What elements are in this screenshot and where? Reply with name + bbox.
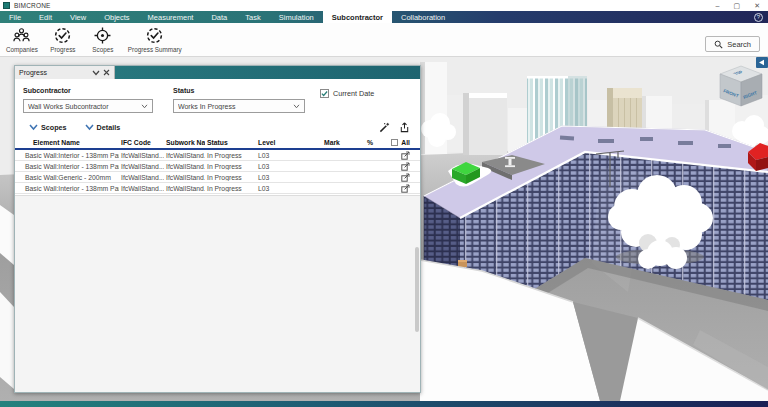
- table-row[interactable]: Basic Wall:Generic - 200mm IfcWallStand.…: [15, 172, 420, 183]
- chevron-down-icon: [293, 104, 300, 109]
- cell-subwork-name: IfcWallStand...: [164, 152, 205, 159]
- cell-subwork-name: IfcWallStand...: [164, 185, 205, 192]
- companies-button[interactable]: Companies: [6, 26, 38, 53]
- select-element-icon[interactable]: [401, 162, 410, 171]
- progress-icon: [53, 26, 72, 45]
- statusbar: [0, 401, 768, 407]
- panel-scrollbar[interactable]: [415, 137, 420, 377]
- scopes-icon: [93, 26, 112, 45]
- search-button[interactable]: Search: [705, 36, 760, 52]
- progress-summary-button[interactable]: Progress Summary: [128, 26, 182, 53]
- menu-objects[interactable]: Objects: [95, 11, 138, 23]
- close-button[interactable]: ✕: [754, 0, 760, 11]
- highlight-wand-icon[interactable]: [379, 122, 390, 133]
- table-header: Element Name IFC Code Subwork Na... Stat…: [15, 137, 420, 150]
- menu-data[interactable]: Data: [202, 11, 236, 23]
- container-box: [458, 260, 467, 267]
- cell-ifc-code: IfcWallStand...: [119, 174, 164, 181]
- table-row[interactable]: Basic Wall:Interior - 138mm Partit... If…: [15, 161, 420, 172]
- select-element-icon[interactable]: [401, 151, 410, 160]
- cell-ifc-code: IfcWallStand...: [119, 163, 164, 170]
- col-level[interactable]: Level: [256, 139, 322, 146]
- cell-status: In Progress: [205, 163, 256, 170]
- tab-progress-label: Progress: [19, 69, 89, 76]
- menu-edit[interactable]: Edit: [30, 11, 61, 23]
- panel-tab-strip: Progress: [15, 66, 420, 79]
- menu-file[interactable]: File: [0, 11, 30, 23]
- menu-task[interactable]: Task: [236, 11, 269, 23]
- bimcrone-window: BIMCRONE – ▢ ✕ File Edit View Objects Me…: [0, 0, 768, 407]
- cell-status: In Progress: [205, 185, 256, 192]
- progress-button[interactable]: Progress: [48, 26, 78, 53]
- menu-view[interactable]: View: [61, 11, 95, 23]
- close-icon[interactable]: [103, 69, 110, 76]
- cell-subwork-name: IfcWallStand...: [164, 163, 205, 170]
- status-select[interactable]: Works In Progress: [173, 99, 305, 113]
- status-label: Status: [173, 87, 194, 94]
- scopes-section-toggle[interactable]: Scopes: [29, 123, 67, 132]
- cell-level: L03: [256, 174, 322, 181]
- viewport-3d[interactable]: FRONT RIGHT TOP Progress: [0, 57, 768, 401]
- collapse-panel-arrow[interactable]: [756, 57, 768, 68]
- details-section-toggle[interactable]: Details: [85, 123, 121, 132]
- subcontractor-value: Wall Works Subcontractor: [28, 103, 141, 110]
- menubar: File Edit View Objects Measurement Data …: [0, 11, 768, 23]
- cell-ifc-code: IfcWallStand...: [119, 185, 164, 192]
- cell-ifc-code: IfcWallStand...: [119, 152, 164, 159]
- menu-measurement[interactable]: Measurement: [139, 11, 203, 23]
- scopes-button[interactable]: Scopes: [88, 26, 118, 53]
- current-date-label: Current Date: [333, 89, 374, 98]
- cell-level: L03: [256, 185, 322, 192]
- select-all-checkbox[interactable]: [391, 139, 398, 146]
- table-row[interactable]: Basic Wall:Interior - 138mm Partit... If…: [15, 183, 420, 194]
- app-icon: [3, 2, 10, 9]
- col-status[interactable]: Status: [205, 139, 256, 146]
- view-cube[interactable]: FRONT RIGHT TOP: [720, 66, 762, 106]
- col-subwork-name[interactable]: Subwork Na...: [164, 139, 205, 146]
- col-mark[interactable]: Mark: [322, 139, 365, 146]
- titlebar: BIMCRONE – ▢ ✕: [0, 0, 768, 11]
- progress-panel: Progress Subcontractor Wall Works Subcon…: [14, 65, 421, 393]
- subcontractor-select[interactable]: Wall Works Subcontractor: [23, 99, 153, 113]
- col-percent[interactable]: %: [365, 139, 382, 146]
- help-icon[interactable]: ?: [754, 13, 763, 22]
- cell-status: In Progress: [205, 152, 256, 159]
- select-element-icon[interactable]: [401, 184, 410, 193]
- select-element-icon[interactable]: [401, 173, 410, 182]
- cell-level: L03: [256, 152, 322, 159]
- companies-icon: [12, 26, 31, 45]
- panel-empty-area: [15, 195, 420, 392]
- menu-simulation[interactable]: Simulation: [270, 11, 323, 23]
- minimize-button[interactable]: –: [716, 0, 720, 11]
- status-value: Works In Progress: [178, 103, 293, 110]
- export-icon[interactable]: [399, 122, 410, 133]
- table-row[interactable]: Basic Wall:Interior - 138mm Partit... If…: [15, 150, 420, 161]
- progress-label: Progress: [50, 46, 75, 53]
- chevron-down-icon: [29, 124, 38, 131]
- scopes-label: Scopes: [92, 46, 113, 53]
- current-date-checkbox[interactable]: Current Date: [320, 89, 374, 98]
- cell-element-name: Basic Wall:Interior - 138mm Partit...: [15, 152, 119, 159]
- cell-subwork-name: IfcWallStand...: [164, 174, 205, 181]
- tab-progress[interactable]: Progress: [15, 66, 115, 79]
- companies-label: Companies: [6, 46, 38, 53]
- chevron-down-icon[interactable]: [92, 70, 100, 76]
- panel-body: Subcontractor Wall Works Subcontractor S…: [15, 79, 420, 392]
- scrollbar-thumb[interactable]: [415, 247, 419, 332]
- sections-row: Scopes Details: [15, 119, 420, 135]
- chevron-down-icon: [141, 104, 148, 109]
- cell-level: L03: [256, 163, 322, 170]
- cell-element-name: Basic Wall:Generic - 200mm: [15, 174, 119, 181]
- cell-status: In Progress: [205, 174, 256, 181]
- menu-subcontractor[interactable]: Subcontractor: [323, 11, 392, 23]
- col-ifc-code[interactable]: IFC Code: [119, 139, 164, 146]
- toolbar: Companies Progress Scopes: [0, 23, 768, 57]
- window-title: BIMCRONE: [14, 2, 51, 9]
- search-label: Search: [727, 40, 751, 49]
- search-icon: [714, 40, 723, 49]
- maximize-button[interactable]: ▢: [734, 0, 741, 11]
- cell-element-name: Basic Wall:Interior - 138mm Partit...: [15, 185, 119, 192]
- menu-collaboration[interactable]: Collaboration: [392, 11, 454, 23]
- cell-element-name: Basic Wall:Interior - 138mm Partit...: [15, 163, 119, 170]
- col-element-name[interactable]: Element Name: [15, 139, 119, 146]
